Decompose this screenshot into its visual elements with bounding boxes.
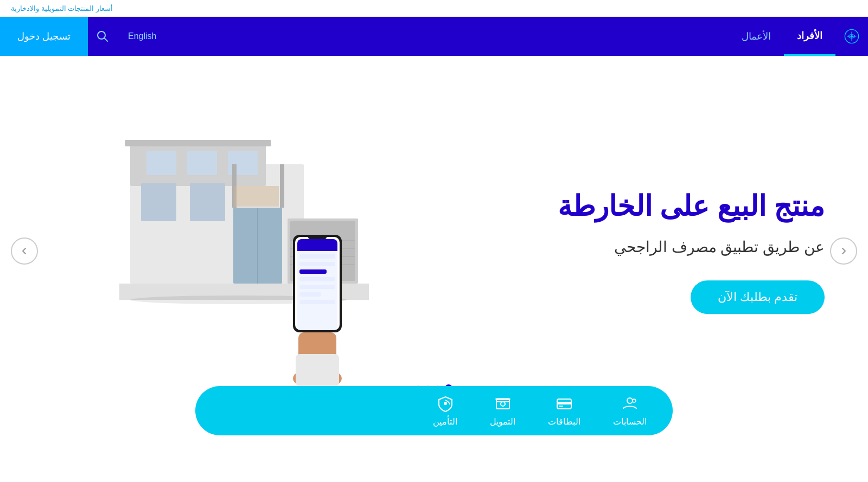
svg-rect-47	[496, 401, 509, 402]
svg-rect-38	[299, 300, 335, 304]
svg-rect-7	[187, 151, 217, 175]
hero-cta-button[interactable]: تقدم بطلبك الآن	[691, 280, 825, 314]
cards-icon	[556, 395, 573, 412]
nav-logo[interactable]	[835, 17, 868, 56]
svg-rect-32	[299, 254, 335, 259]
svg-rect-10	[190, 183, 225, 221]
hero-subtitle: عن طريق تطبيق مصرف الراجحي	[558, 236, 825, 259]
svg-rect-35	[299, 277, 335, 281]
insurance-label: التأمين	[433, 416, 457, 427]
nav-right: الأفراد الأعمال	[729, 17, 868, 56]
language-switcher[interactable]: English	[117, 31, 167, 41]
svg-rect-33	[299, 262, 335, 266]
nav-item-individuals[interactable]: الأفراد	[784, 17, 835, 56]
svg-point-46	[501, 402, 505, 406]
bottom-nav-insurance[interactable]: التأمين	[433, 395, 457, 427]
finance-icon	[494, 395, 512, 412]
bottom-nav-finance[interactable]: التمويل	[490, 395, 515, 427]
svg-rect-6	[146, 151, 176, 175]
svg-rect-34	[299, 269, 327, 274]
svg-point-40	[627, 398, 633, 403]
bottom-nav-bar: الحسابات البطاقات التمويل	[195, 386, 673, 435]
bottom-nav-cards[interactable]: البطاقات	[548, 395, 580, 427]
hero-image-area	[43, 99, 369, 403]
cards-label: البطاقات	[548, 416, 580, 427]
nav-left: English تسجيل دخول	[0, 17, 168, 56]
svg-point-49	[444, 402, 447, 405]
svg-rect-45	[496, 399, 509, 409]
svg-rect-48	[495, 398, 510, 400]
svg-rect-21	[280, 164, 284, 208]
svg-rect-44	[559, 406, 563, 407]
nav-items: الأفراد الأعمال	[729, 17, 835, 56]
accounts-label: الحسابات	[613, 416, 647, 427]
hero-title: منتج البيع على الخارطة	[558, 188, 825, 225]
logo-icon	[844, 27, 859, 46]
svg-rect-22	[234, 186, 279, 207]
svg-rect-43	[557, 402, 571, 404]
svg-rect-39	[308, 235, 327, 239]
insurance-icon	[437, 395, 454, 412]
svg-rect-9	[141, 183, 176, 221]
login-button[interactable]: تسجيل دخول	[0, 17, 88, 56]
nav-item-business[interactable]: الأعمال	[729, 17, 784, 56]
top-bar-link[interactable]: أسعار المنتجات التمويلية والادخارية	[11, 4, 113, 12]
svg-rect-31	[297, 245, 337, 251]
svg-rect-37	[299, 292, 321, 297]
carousel-next-button[interactable]	[830, 237, 857, 265]
svg-rect-26	[296, 354, 339, 387]
bottom-nav-accounts[interactable]: الحسابات	[613, 395, 647, 427]
hero-content: منتج البيع على الخارطة عن طريق تطبيق مصر…	[558, 188, 825, 314]
svg-rect-36	[299, 285, 335, 289]
main-nav: الأفراد الأعمال English تسجيل دخول	[0, 17, 868, 56]
search-icon[interactable]	[88, 30, 117, 42]
top-bar: أسعار المنتجات التمويلية والادخارية	[0, 0, 868, 17]
finance-label: التمويل	[490, 416, 515, 427]
carousel-prev-button[interactable]	[11, 237, 38, 265]
phone-mockup	[277, 224, 358, 387]
svg-rect-5	[125, 140, 271, 146]
accounts-icon	[621, 395, 639, 412]
hero-section: منتج البيع على الخارطة عن طريق تطبيق مصر…	[0, 56, 868, 446]
